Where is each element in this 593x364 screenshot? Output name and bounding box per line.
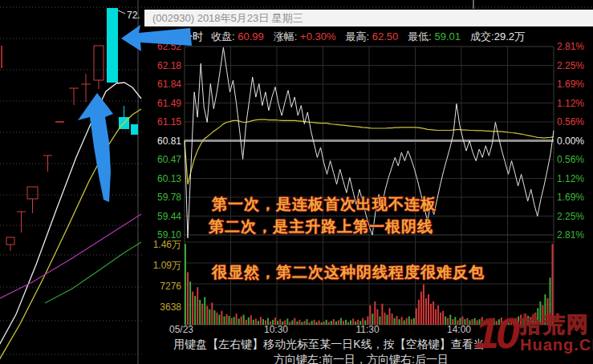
percent-tick-label: 2.81% xyxy=(557,41,584,52)
volume-bar xyxy=(423,285,424,325)
volume-bar xyxy=(401,317,403,325)
trading-app-screen: (002930) 2018年5月23日 星期三 分时 收盘: 60.99 涨幅:… xyxy=(0,0,593,364)
volume-bar xyxy=(226,314,228,325)
time-tick-1030: 10:30 xyxy=(244,324,308,335)
price-tick-label: 60.13 xyxy=(157,173,181,184)
watermark-domain: Huang.CN xyxy=(520,336,593,354)
volume-bar xyxy=(211,302,213,325)
percent-tick-label: 0.56% xyxy=(557,154,584,165)
price-tick-label: 61.84 xyxy=(157,79,181,90)
price-axis-left: 62.5262.1861.8461.4961.1560.8160.4760.13… xyxy=(157,41,181,241)
volume-bar xyxy=(209,309,210,325)
candlestick[interactable] xyxy=(119,106,129,129)
volume-bar xyxy=(238,318,240,325)
percent-tick-label: 1.69% xyxy=(557,192,584,203)
percent-tick-label: 0.00% xyxy=(557,135,584,147)
volume-bar xyxy=(321,322,323,325)
percent-tick-label: 2.25% xyxy=(557,211,584,222)
volume-bar xyxy=(437,305,439,325)
volume-bar xyxy=(187,272,189,325)
volume-bar xyxy=(185,244,186,325)
price-callout-label: 72. xyxy=(127,10,140,21)
volume-bar xyxy=(389,308,391,325)
volume-bar xyxy=(197,287,198,325)
volume-bar xyxy=(323,322,325,325)
volume-bar xyxy=(392,313,393,325)
candlestick[interactable] xyxy=(69,88,79,105)
volume-bar xyxy=(234,317,235,325)
candlestick[interactable] xyxy=(81,74,91,102)
volume-bar xyxy=(404,321,405,326)
price-tick-label: 62.18 xyxy=(157,60,181,71)
percent-tick-label: 0.56% xyxy=(557,116,584,127)
volume-bar xyxy=(430,304,432,325)
candlestick[interactable] xyxy=(43,156,52,172)
volume-bar xyxy=(309,322,311,325)
volume-bar xyxy=(314,320,315,325)
volume-bar xyxy=(221,311,222,325)
annotation-line-3: 很显然，第二次这种阴线程度很难反包 xyxy=(212,262,485,283)
volume-bar xyxy=(229,316,230,325)
time-tick-open: 05/23 xyxy=(149,324,213,335)
volume-bar xyxy=(411,319,412,325)
percent-axis-right: 2.81%2.25%1.69%1.12%0.56%0.00%0.56%1.12%… xyxy=(557,41,584,241)
volume-bar xyxy=(224,317,225,325)
volume-bar xyxy=(374,301,376,325)
candlestick[interactable] xyxy=(107,8,118,83)
percent-tick-label: 2.25% xyxy=(557,60,584,71)
volume-axis: 1.46万1.09万72763638 xyxy=(153,239,182,313)
percent-tick-label: 1.12% xyxy=(557,98,584,109)
volume-bar xyxy=(231,318,233,325)
volume-bar xyxy=(241,317,242,325)
volume-bar xyxy=(416,308,417,325)
volume-bar xyxy=(194,296,196,325)
candlestick[interactable] xyxy=(6,237,14,251)
volume-bar xyxy=(218,315,220,325)
annotation-line-1: 第一次，是连板首次出现不连板 xyxy=(212,194,437,215)
volume-bar xyxy=(216,313,217,325)
volume-bar xyxy=(406,318,408,325)
volume-tick-label: 1.09万 xyxy=(153,260,181,271)
volume-bar xyxy=(418,300,420,325)
volume-bar xyxy=(372,313,373,325)
volume-bar xyxy=(201,304,203,325)
price-tick-label: 60.47 xyxy=(157,154,181,165)
ma-yellow xyxy=(0,109,141,364)
volume-bar xyxy=(316,322,318,325)
price-tick-label: 59.44 xyxy=(157,211,181,222)
volume-bar xyxy=(326,320,327,325)
volume-bar xyxy=(408,317,410,325)
volume-bar xyxy=(206,306,208,326)
price-tick-label: 60.81 xyxy=(157,135,181,147)
volume-tick-label: 1.46万 xyxy=(153,239,181,250)
volume-bar xyxy=(199,300,201,325)
volume-bar xyxy=(425,298,427,325)
percent-tick-label: 1.12% xyxy=(557,173,584,184)
volume-bar xyxy=(381,304,383,325)
volume-bar xyxy=(435,309,437,325)
price-tick-label: 62.52 xyxy=(157,41,181,52)
volume-bar xyxy=(189,281,191,325)
volume-bar xyxy=(319,321,320,326)
volume-bar xyxy=(384,313,386,325)
price-tick-label: 61.49 xyxy=(157,98,181,109)
volume-bar xyxy=(192,292,193,325)
volume-bar xyxy=(204,297,205,326)
volume-tick-label: 3638 xyxy=(160,301,181,313)
candlestick[interactable] xyxy=(17,212,26,233)
volume-bar xyxy=(311,321,313,325)
keyboard-help-text: 用键盘【左右键】移动光标至某一日K线，按【空格键】查看当 xyxy=(144,338,514,352)
candlestick[interactable] xyxy=(27,187,38,213)
volume-bar xyxy=(420,292,422,325)
time-tick-1130: 11:30 xyxy=(335,324,400,335)
price-tick-label: 61.15 xyxy=(157,116,181,127)
volume-bar xyxy=(369,305,371,325)
candlestick[interactable] xyxy=(94,46,104,89)
volume-bar xyxy=(440,313,441,325)
candlestick[interactable] xyxy=(131,124,138,135)
volume-bar xyxy=(413,318,415,325)
volume-bar xyxy=(428,294,429,325)
percent-tick-label: 1.69% xyxy=(557,79,584,90)
volume-bar xyxy=(333,319,335,325)
volume-bar xyxy=(328,322,330,325)
